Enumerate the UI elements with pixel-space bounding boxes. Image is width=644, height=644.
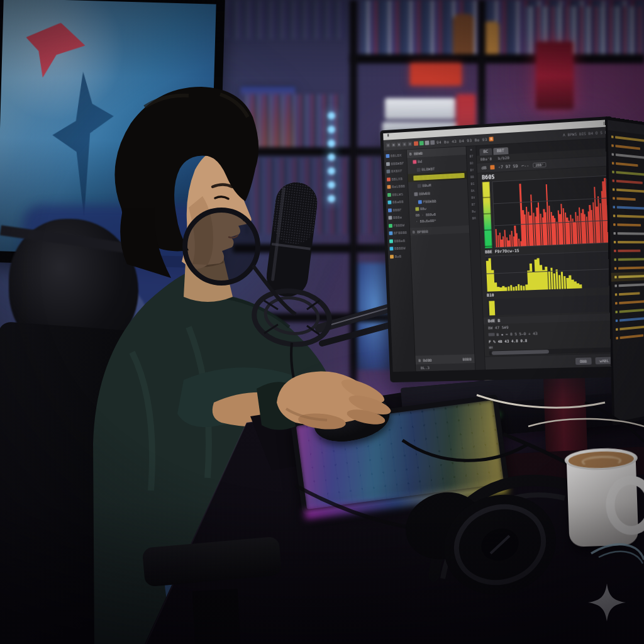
- chair-armrest-post: [192, 589, 241, 644]
- photo-scene: ▝ 8 ▤▦▩▥▧ 94 Bo 43 D4 93 8o 93 6 A BPWS …: [0, 0, 644, 644]
- sparkle-watermark-icon: [587, 582, 627, 623]
- blue-cable: [0, 0, 644, 644]
